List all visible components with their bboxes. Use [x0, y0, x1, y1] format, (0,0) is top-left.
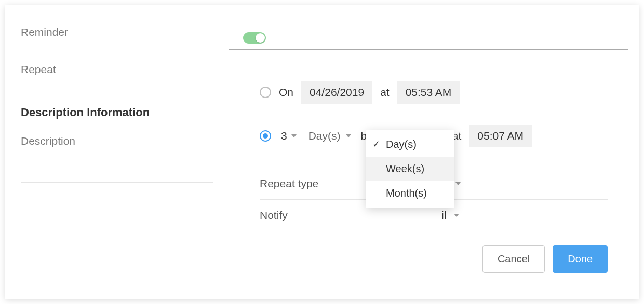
number-value: 3 — [281, 130, 287, 142]
description-label: Description — [21, 135, 213, 154]
time-input-before[interactable]: 05:07 AM — [469, 125, 532, 147]
unit-value: Day(s) — [308, 130, 341, 142]
on-at-label: at — [380, 86, 390, 99]
reminder-toggle[interactable] — [243, 32, 266, 44]
reminder-option-on-row: On 04/26/2019 at 05:53 AM — [260, 81, 608, 104]
chevron-down-icon — [291, 134, 297, 137]
reminder-label: Reminder — [21, 26, 213, 45]
radio-before-due[interactable] — [260, 130, 271, 142]
dropdown-item-days[interactable]: Day(s) — [366, 132, 454, 157]
date-input[interactable]: 04/26/2019 — [301, 81, 372, 104]
repeat-label: Repeat — [21, 63, 213, 82]
button-row: Cancel Done — [482, 245, 608, 273]
unit-select[interactable]: Day(s) — [306, 130, 353, 142]
radio-on-date[interactable] — [260, 87, 271, 98]
notify-select[interactable]: il — [441, 209, 459, 222]
dropdown-item-months[interactable]: Month(s) — [366, 181, 454, 205]
description-field-row: Description — [21, 135, 213, 183]
cancel-button[interactable]: Cancel — [482, 245, 545, 273]
number-select[interactable]: 3 — [279, 130, 299, 142]
repeat-field-row: Repeat — [21, 63, 213, 82]
notify-value-partial: il — [441, 209, 446, 222]
time-input-on[interactable]: 05:53 AM — [397, 81, 460, 104]
reminder-field-row: Reminder — [21, 26, 213, 45]
dropdown-item-weeks[interactable]: Week(s) — [366, 157, 454, 181]
unit-dropdown-menu: Day(s) Week(s) Month(s) — [366, 130, 454, 208]
description-section-heading: Description Information — [21, 106, 213, 119]
toggle-knob — [256, 33, 265, 43]
left-column: Reminder Repeat Description Information … — [5, 5, 229, 203]
chevron-down-icon — [346, 134, 351, 137]
form-panel: Reminder Repeat Description Information … — [5, 5, 639, 299]
repeat-type-label: Repeat type — [260, 177, 332, 190]
notify-label: Notify — [260, 209, 332, 222]
on-prefix: On — [279, 86, 293, 99]
chevron-down-icon — [455, 182, 461, 185]
chevron-down-icon — [454, 214, 459, 217]
reminder-settings-panel: On 04/26/2019 at 05:53 AM 3 Day(s) befor… — [229, 49, 628, 288]
done-button[interactable]: Done — [553, 245, 608, 273]
